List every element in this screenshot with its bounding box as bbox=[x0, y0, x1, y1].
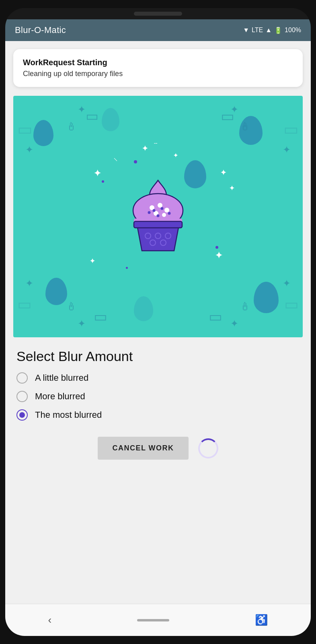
candle-4: 🕯 bbox=[239, 300, 250, 313]
cupcake-container: ✦ ✦ ✦ ✦ ✦ ✦ ✦ ╌ ─ bbox=[122, 176, 194, 257]
dot-2 bbox=[102, 180, 104, 183]
radio-label-most: The most blurred bbox=[35, 410, 102, 420]
status-bar: Blur-O-Matic ▼ LTE ▲ 🔋 100% bbox=[5, 19, 311, 41]
signal-text: LTE bbox=[252, 27, 263, 34]
sparkle-top: ✦ bbox=[142, 144, 148, 153]
radio-group: A little blurred More blurred The most b… bbox=[16, 372, 300, 421]
select-blur-heading: Select Blur Amount bbox=[16, 349, 300, 364]
balloon-1 bbox=[33, 120, 53, 146]
sparkle-left: ✦ bbox=[94, 168, 101, 179]
phone-nav-bar: ‹ ♿ bbox=[5, 604, 311, 636]
radio-circle-little[interactable] bbox=[16, 372, 28, 384]
star-4: ✦ bbox=[283, 144, 291, 155]
bottom-action: CANCEL WORK bbox=[16, 433, 300, 471]
dot-1 bbox=[134, 160, 137, 163]
home-indicator[interactable] bbox=[137, 619, 169, 621]
svg-point-17 bbox=[148, 211, 151, 214]
notification-title: WorkRequest Starting bbox=[23, 58, 293, 67]
svg-rect-2 bbox=[134, 221, 182, 228]
loading-spinner bbox=[198, 438, 218, 458]
radio-label-little: A little blurred bbox=[35, 373, 88, 383]
cup-3: ▭ bbox=[283, 120, 299, 138]
notch bbox=[134, 12, 182, 16]
battery-icon: 🔋 bbox=[274, 27, 282, 34]
app-title: Blur-O-Matic bbox=[15, 25, 66, 35]
star-5: ✦ bbox=[25, 278, 33, 289]
accessibility-button[interactable]: ♿ bbox=[255, 614, 268, 626]
svg-point-14 bbox=[161, 207, 164, 210]
cup-2: ▭ bbox=[86, 108, 98, 124]
balloon-2 bbox=[102, 108, 119, 131]
svg-point-13 bbox=[153, 209, 156, 212]
radio-label-more: More blurred bbox=[35, 391, 85, 402]
svg-point-12 bbox=[162, 213, 166, 217]
wifi-icon: ▼ bbox=[243, 27, 249, 34]
phone-content: WorkRequest Starting Cleaning up old tem… bbox=[5, 41, 311, 604]
svg-point-10 bbox=[164, 208, 169, 213]
candle-1: 🕯 bbox=[66, 120, 77, 133]
cancel-work-button[interactable]: CANCEL WORK bbox=[98, 437, 188, 460]
select-section: Select Blur Amount A little blurred More… bbox=[5, 337, 311, 471]
star-2: ✦ bbox=[78, 104, 86, 115]
sparkle-right: ✦ bbox=[220, 168, 226, 177]
dot-4 bbox=[126, 267, 128, 269]
cup-5: ▭ bbox=[284, 295, 299, 313]
sparkle-mr: ✦ bbox=[229, 184, 234, 192]
notification-card: WorkRequest Starting Cleaning up old tem… bbox=[13, 49, 303, 87]
svg-point-15 bbox=[157, 215, 160, 217]
battery-level: 100% bbox=[285, 27, 301, 34]
cup-8: ▭ bbox=[221, 108, 234, 125]
radio-circle-more[interactable] bbox=[16, 391, 28, 402]
notification-subtitle: Cleaning up old temporary files bbox=[23, 70, 293, 78]
cup-4: ▭ bbox=[17, 295, 32, 313]
star-1: ✦ bbox=[25, 144, 33, 155]
image-area: ✦ ✦ ✦ ✦ ✦ ✦ ✦ ✦ ▭ ▭ ▭ ▭ ▭ ▭ ▭ ▭ 🕯 🕯 bbox=[13, 96, 303, 337]
signal-bars-icon: ▲ bbox=[265, 27, 272, 34]
sparkle-tr: ✦ bbox=[173, 152, 178, 159]
cup-7: ▭ bbox=[209, 308, 222, 325]
star-6: ✦ bbox=[283, 278, 291, 289]
status-icons: ▼ LTE ▲ 🔋 100% bbox=[243, 27, 301, 34]
svg-point-9 bbox=[158, 203, 162, 208]
balloon-4 bbox=[45, 278, 67, 305]
sparkle-bl: ✦ bbox=[90, 257, 95, 265]
radio-inner-most bbox=[19, 412, 25, 418]
cup-6: ▭ bbox=[94, 308, 107, 325]
radio-circle-most[interactable] bbox=[16, 409, 28, 421]
balloon-6 bbox=[134, 296, 153, 321]
sparkle-br: ✦ bbox=[215, 250, 222, 261]
candle-2: 🕯 bbox=[239, 120, 250, 133]
back-button[interactable]: ‹ bbox=[48, 614, 52, 626]
balloon-5 bbox=[254, 282, 279, 313]
star-7: ✦ bbox=[78, 318, 86, 329]
cup-1: ▭ bbox=[17, 120, 33, 138]
star-8: ✦ bbox=[230, 318, 238, 329]
dot-3 bbox=[215, 246, 218, 249]
radio-item-most[interactable]: The most blurred bbox=[16, 409, 300, 421]
cupcake-svg bbox=[122, 176, 194, 257]
radio-item-more[interactable]: More blurred bbox=[16, 391, 300, 402]
phone-top-bar bbox=[5, 8, 311, 19]
dash-1: ╌ bbox=[154, 140, 157, 147]
phone-frame: Blur-O-Matic ▼ LTE ▲ 🔋 100% WorkRequest … bbox=[5, 8, 311, 636]
svg-point-16 bbox=[168, 212, 171, 215]
candle-3: 🕯 bbox=[66, 300, 77, 313]
radio-item-little[interactable]: A little blurred bbox=[16, 372, 300, 384]
